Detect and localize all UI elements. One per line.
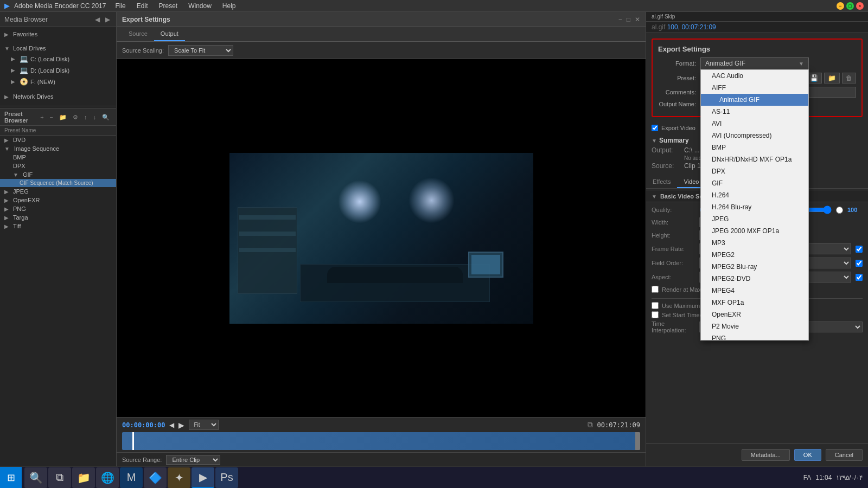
ok-button[interactable]: OK (794, 449, 821, 461)
taskbar-ps[interactable]: Ps (215, 467, 238, 488)
source-range-label: Source Range: (122, 457, 162, 463)
taskbar-search[interactable]: 🔍 (24, 467, 47, 488)
taskbar-ame[interactable]: ▶ (192, 467, 214, 488)
drive-d[interactable]: ▶ 💻 D: (Local Disk) (0, 65, 116, 76)
menu-edit[interactable]: Edit (135, 1, 150, 11)
use-max-render-checkbox[interactable] (652, 302, 659, 309)
menu-help[interactable]: Help (220, 1, 238, 11)
metadata-button[interactable]: Metadata... (742, 449, 790, 461)
format-option-mxf[interactable]: MXF OP1a (701, 297, 808, 309)
preset-tiff[interactable]: ▶ Tiff (0, 222, 116, 230)
preset-delete-button[interactable]: 🗑 (842, 73, 856, 84)
format-option-aiff[interactable]: AIFF (701, 82, 808, 94)
format-option-openexr[interactable]: OpenEXR (701, 309, 808, 320)
menu-window[interactable]: Window (186, 1, 214, 11)
menu-preset[interactable]: Preset (156, 1, 180, 11)
format-option-bmp[interactable]: BMP (701, 142, 808, 153)
preset-targa[interactable]: ▶ Targa (0, 213, 116, 222)
format-option-as11[interactable]: AS-11 (701, 106, 808, 118)
format-option-h264[interactable]: H.264 (701, 189, 808, 201)
prev-frame-button[interactable]: ◀ (169, 421, 174, 429)
taskbar-browser[interactable]: 🌐 (96, 467, 119, 488)
preset-bmp[interactable]: BMP (0, 153, 116, 162)
format-option-jpeg[interactable]: JPEG (701, 213, 808, 225)
taskbar-app2[interactable]: 🔷 (144, 467, 167, 488)
aspect-checkbox[interactable] (856, 274, 863, 281)
format-option-dpx[interactable]: DPX (701, 165, 808, 177)
timeline-playhead[interactable] (132, 432, 134, 450)
tab-output[interactable]: Output (154, 27, 185, 41)
format-option-aac[interactable]: AAC Audio (701, 70, 808, 82)
taskbar-taskview[interactable]: ⧉ (48, 467, 71, 488)
timecode-display[interactable]: 00:00:00:00 (122, 421, 165, 429)
format-option-mpeg2-dvd[interactable]: MPEG2-DVD (701, 273, 808, 285)
preset-import-button[interactable]: ↑ (82, 113, 90, 122)
preset-add-button[interactable]: + (38, 113, 46, 122)
format-option-png[interactable]: PNG (701, 332, 808, 341)
format-option-animatedgif[interactable]: Animated GIF (701, 94, 808, 106)
nav-forward-button[interactable]: ▶ (104, 15, 112, 24)
drive-f[interactable]: ▶ 📀 F: (NEW) (0, 76, 116, 87)
format-option-p2movie[interactable]: P2 Movie (701, 320, 808, 332)
fit-select[interactable]: Fit (189, 420, 219, 430)
taskbar-app1[interactable]: M (120, 467, 143, 488)
format-option-h264-bluray[interactable]: H.264 Blu-ray (701, 201, 808, 213)
drive-c[interactable]: ▶ 💻 C: (Local Disk) (0, 53, 116, 65)
format-option-jpeg2000[interactable]: JPEG 2000 MXF OP1a (701, 225, 808, 237)
export-maximize-button[interactable]: □ (627, 16, 630, 23)
source-scaling-select[interactable]: Scale To Fit (168, 45, 233, 56)
taskbar-time: 11:04 (815, 474, 832, 481)
format-option-mpeg2[interactable]: MPEG2 (701, 249, 808, 261)
format-option-gif[interactable]: GIF (701, 177, 808, 189)
minimize-button[interactable]: − (837, 2, 844, 10)
quality-radio[interactable] (836, 207, 843, 214)
nav-back-button[interactable]: ◀ (93, 15, 101, 24)
format-option-avi[interactable]: AVI (701, 118, 808, 130)
preset-folder-button[interactable]: 📁 (57, 113, 69, 122)
maximize-button[interactable]: □ (846, 2, 854, 10)
local-drives-header[interactable]: ▼ Local Drives (0, 43, 116, 53)
favorites-header[interactable]: ▶ Favorites (0, 29, 116, 39)
preset-folder-open-button[interactable]: 📁 (824, 73, 840, 84)
frame-rate-checkbox[interactable] (856, 246, 863, 253)
preset-remove-button[interactable]: − (48, 113, 55, 122)
taskbar-app3[interactable]: ✦ (168, 467, 190, 488)
format-option-avi-uncomp[interactable]: AVI (Uncompressed) (701, 130, 808, 142)
format-option-dnxhr[interactable]: DNxHR/DNxHD MXF OP1a (701, 153, 808, 165)
media-browser-label: Media Browser (4, 16, 48, 23)
timeline-bar[interactable] (122, 432, 640, 450)
network-drives-header[interactable]: ▶ Network Drives (0, 92, 116, 101)
preset-export-button[interactable]: ↓ (91, 113, 99, 122)
tab-source[interactable]: Source (122, 27, 154, 41)
start-button[interactable]: ⊞ (0, 467, 22, 489)
format-option-mp3[interactable]: MP3 (701, 237, 808, 249)
preset-png[interactable]: ▶ PNG (0, 204, 116, 213)
preset-img-seq-label: Image Sequence (14, 145, 59, 152)
export-close-button[interactable]: ✕ (635, 16, 640, 23)
timeline-end-handle[interactable] (635, 432, 640, 450)
set-start-timecode-checkbox[interactable] (652, 311, 659, 318)
preset-gif-folder[interactable]: ▼ GIF (0, 170, 116, 179)
cancel-button[interactable]: Cancel (826, 449, 863, 461)
tab-effects[interactable]: Effects (646, 176, 677, 188)
export-minimize-button[interactable]: − (618, 16, 622, 23)
taskbar-files[interactable]: 📁 (72, 467, 95, 488)
render-max-checkbox[interactable] (652, 286, 659, 293)
preset-image-sequence[interactable]: ▼ Image Sequence (0, 144, 116, 153)
preset-openexr[interactable]: ▶ OpenEXR (0, 196, 116, 204)
preset-jpeg[interactable]: ▶ JPEG (0, 187, 116, 196)
preset-gif-match-source[interactable]: GIF Sequence (Match Source) (0, 179, 116, 187)
format-option-mpeg4[interactable]: MPEG4 (701, 285, 808, 297)
export-video-checkbox[interactable] (652, 125, 658, 131)
source-range-select[interactable]: Entire Clip (166, 455, 220, 465)
play-button[interactable]: ▶ (178, 421, 184, 429)
preset-dvd[interactable]: ▶ DVD (0, 136, 116, 144)
close-button[interactable]: × (856, 2, 864, 10)
preset-dpx[interactable]: DPX (0, 162, 116, 170)
preset-search-button[interactable]: 🔍 (100, 113, 112, 122)
preset-settings-button[interactable]: ⚙ (71, 113, 80, 122)
field-order-checkbox[interactable] (856, 260, 863, 267)
menu-file[interactable]: File (113, 1, 127, 11)
format-dropdown[interactable]: Animated GIF ▼ (700, 57, 809, 69)
format-option-mpeg2-bluray[interactable]: MPEG2 Blu-ray (701, 261, 808, 273)
